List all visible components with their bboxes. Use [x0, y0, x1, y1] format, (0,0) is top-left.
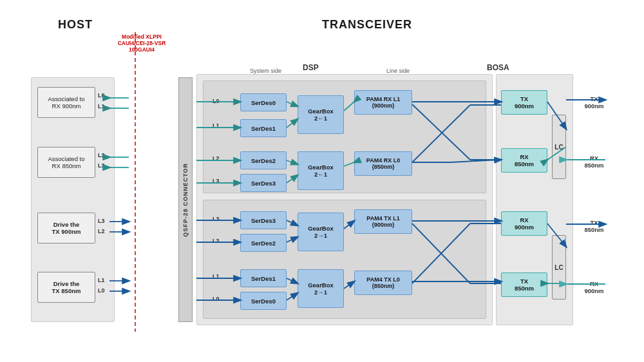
- lane-l1-h1: L1: [98, 103, 105, 110]
- ext-tx-850: TX850nm: [576, 219, 612, 233]
- serdes3-bottom: SerDes3: [240, 211, 287, 229]
- pam4-tx-l0-850: PAM4 TX L0 (850nm): [354, 271, 412, 295]
- lane-l3-h2: L3: [98, 162, 105, 169]
- gearbox1: GearBox 2←1: [298, 95, 344, 134]
- pam4-tx-l1-900: PAM4 TX L1 (900nm): [354, 209, 412, 234]
- bosa-rx-850: RX 850nm: [501, 148, 547, 173]
- bosa-tx-850: TX 850nm: [501, 272, 547, 297]
- sd-lane-l2-bot: L2: [213, 238, 220, 244]
- sd-lane-l0-bot: L0: [213, 296, 220, 302]
- lane-l0-h1: L0: [98, 92, 105, 99]
- ext-rx-900: RX900nm: [576, 280, 612, 294]
- dsp-label: DSP: [303, 63, 319, 72]
- serdes2-top: SerDes2: [240, 151, 287, 169]
- serdes1-top: SerDes1: [240, 119, 287, 137]
- gearbox2: GearBox 2←1: [298, 151, 344, 190]
- host-title: HOST: [58, 18, 93, 32]
- bosa-label: BOSA: [487, 63, 509, 72]
- pam4-rx-l0-850: PAM4 RX L0 (850nm): [354, 151, 412, 176]
- lane-l3-h3: L3: [98, 218, 105, 224]
- qsfp-connector: QSFP-28 CONNECTOR: [178, 77, 193, 322]
- sd-lane-l1-top: L1: [213, 122, 220, 129]
- host-tx-900: Drive the TX 900nm: [37, 213, 95, 243]
- diagram: HOST TRANSCEIVER Modified XLPPI CAUI4/CE…: [0, 0, 644, 362]
- lane-l1-h4: L1: [98, 277, 105, 283]
- host-rx-850: Associated to RX 850nm: [37, 147, 95, 178]
- serdes0-bottom: SerDes0: [240, 292, 287, 310]
- bosa-tx-900: TX 900nm: [501, 90, 547, 115]
- host-tx-850: Drive the TX 850nm: [37, 272, 95, 303]
- system-side-label: System side: [250, 68, 281, 74]
- sd-lane-l3-bot: L3: [213, 216, 220, 222]
- transceiver-title: TRANSCEIVER: [322, 18, 412, 32]
- lc-bottom: LC: [552, 235, 566, 300]
- serdes1-bottom: SerDes1: [240, 269, 287, 287]
- gearbox3: GearBox 2→1: [298, 213, 344, 251]
- lane-l0-h4: L0: [98, 287, 105, 294]
- lane-l2-h2: L2: [98, 152, 105, 158]
- modified-label: Modified XLPPI CAUI4/CEI-28-VSR 100GAUI4: [113, 33, 171, 53]
- lc-top: LC: [552, 115, 566, 179]
- serdes0-top: SerDes0: [240, 93, 287, 111]
- serdes3-top: SerDes3: [240, 174, 287, 192]
- sd-lane-l3-top: L3: [213, 178, 220, 184]
- qsfp-label: QSFP-28 CONNECTOR: [182, 163, 189, 237]
- serdes2-bottom: SerDes2: [240, 234, 287, 252]
- sd-lane-l2-top: L2: [213, 155, 220, 162]
- ext-rx-850: RX850nm: [576, 155, 612, 169]
- pam4-rx-l1-900: PAM4 RX L1 (900nm): [354, 90, 412, 115]
- ext-tx-900: TX900nm: [576, 95, 612, 110]
- gearbox4: GearBox 2→1: [298, 269, 344, 308]
- lane-l2-h3: L2: [98, 228, 105, 234]
- host-rx-900: Associated to RX 900nm: [37, 87, 95, 118]
- sd-lane-l1-bot: L1: [213, 273, 220, 280]
- line-side-label: Line side: [386, 68, 410, 74]
- sd-lane-l0-top: L0: [213, 98, 220, 104]
- bosa-rx-900: RX 900nm: [501, 211, 547, 236]
